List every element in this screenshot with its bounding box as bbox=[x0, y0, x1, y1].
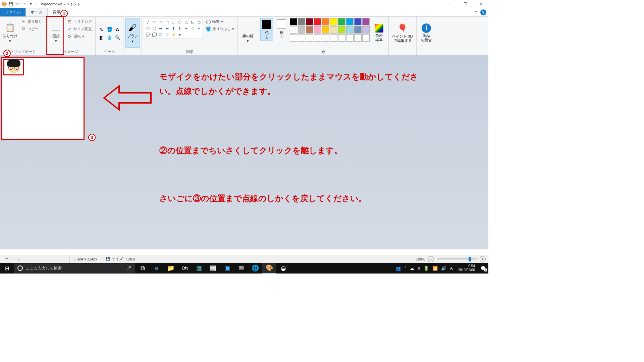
cut-button[interactable]: ✂切り取り bbox=[19, 18, 44, 25]
color-swatch[interactable] bbox=[354, 18, 362, 25]
linewidth-button[interactable]: 線の幅 ▾ bbox=[240, 18, 256, 48]
save-icon[interactable]: 💾 bbox=[8, 1, 13, 7]
shape-rarrow[interactable]: ➡ bbox=[158, 25, 164, 32]
color-swatch-empty[interactable] bbox=[322, 34, 329, 42]
shape-more[interactable]: ▾ bbox=[177, 32, 183, 38]
shape-4star[interactable]: ✦ bbox=[183, 25, 189, 32]
fill-button[interactable]: 🪣塗りつぶし▾ bbox=[204, 25, 235, 32]
shape-rtriangle[interactable]: ◺ bbox=[190, 19, 196, 25]
notification-icon[interactable]: 💬2 bbox=[480, 266, 486, 271]
color-swatch[interactable] bbox=[314, 26, 321, 34]
picker-tool[interactable]: 💧 bbox=[106, 34, 113, 41]
color-swatch-empty[interactable] bbox=[298, 34, 305, 42]
resize-button[interactable]: ⤢サイズ変更 bbox=[65, 25, 93, 32]
color-swatch-empty[interactable] bbox=[306, 34, 313, 42]
shape-callout2[interactable]: 💭 bbox=[151, 32, 157, 38]
color-swatch-empty[interactable] bbox=[362, 34, 370, 42]
magnifier-tool[interactable]: 🔍 bbox=[114, 34, 121, 41]
search-box[interactable]: ここに入力して検索 🎤 bbox=[14, 263, 135, 273]
color-swatch[interactable] bbox=[330, 26, 337, 34]
maximize-button[interactable]: ☐ bbox=[458, 0, 473, 8]
edit-colors-button[interactable]: 色の 編集 bbox=[372, 18, 386, 48]
crop-button[interactable]: ⊡トリミング bbox=[65, 18, 93, 25]
mail-icon[interactable]: ✉ bbox=[234, 263, 248, 274]
color-swatch[interactable] bbox=[346, 26, 354, 34]
edge-icon[interactable]: e bbox=[150, 263, 164, 274]
color-swatch[interactable] bbox=[306, 18, 313, 25]
shape-oval[interactable]: ○ bbox=[158, 19, 164, 25]
zoom-in-button[interactable]: + bbox=[480, 256, 486, 262]
wifi-icon[interactable]: 📶 bbox=[432, 266, 438, 271]
qat-dropdown-icon[interactable]: ▾ bbox=[28, 1, 34, 7]
outline-button[interactable]: ◯輪郭▾ bbox=[204, 18, 235, 25]
onedrive-icon[interactable]: ☁ bbox=[410, 266, 414, 271]
color-swatch[interactable] bbox=[362, 26, 370, 34]
color-swatch[interactable] bbox=[290, 26, 297, 34]
shape-callout3[interactable]: 🗨 bbox=[158, 32, 164, 38]
minimize-button[interactable]: ─ bbox=[442, 0, 458, 8]
shape-uarrow[interactable]: ⬆ bbox=[170, 25, 176, 32]
shapes-gallery[interactable]: ╱ 〜 ○ ▭ ▢ ⬠ △ ◺ ◇ ⬠ ⬡ ➡ ⬅ ⬆ ⬇ ✦ ☆ bbox=[144, 18, 203, 39]
color-swatch[interactable] bbox=[346, 18, 354, 25]
color-swatch-empty[interactable] bbox=[330, 34, 337, 42]
shape-diamond[interactable]: ◇ bbox=[196, 19, 202, 25]
color-swatch[interactable] bbox=[322, 18, 329, 25]
app-icon-1[interactable]: ▦ bbox=[192, 263, 206, 274]
shape-larrow[interactable]: ⬅ bbox=[164, 25, 170, 32]
select-button[interactable]: 選択 ▾ bbox=[48, 18, 64, 48]
shape-polygon[interactable]: ⬠ bbox=[177, 19, 183, 25]
shape-callout1[interactable]: 💬 bbox=[145, 32, 151, 38]
close-button[interactable]: ✕ bbox=[473, 0, 488, 8]
clock[interactable]: 0:54 2019/02/06 bbox=[456, 264, 477, 272]
paint-taskbar-icon[interactable]: 🎨 bbox=[262, 263, 276, 274]
shape-line[interactable]: ╱ bbox=[145, 19, 151, 25]
shape-curve[interactable]: 〜 bbox=[151, 19, 157, 25]
mic-icon[interactable]: 🎤 bbox=[126, 266, 131, 270]
explorer-icon[interactable]: 📁 bbox=[164, 263, 178, 274]
shape-heart[interactable]: ♡ bbox=[164, 32, 170, 38]
news-icon[interactable]: 📰 bbox=[206, 263, 220, 274]
start-button[interactable]: ⊞ bbox=[0, 263, 13, 274]
color-swatch-empty[interactable] bbox=[314, 34, 321, 42]
canvas-area[interactable]: 3 モザイクをかけたい部分をクリックしたままマウスを動かしてください。点線でしか… bbox=[0, 55, 488, 249]
store-icon[interactable]: 🛍 bbox=[178, 263, 192, 274]
color-swatch[interactable] bbox=[354, 26, 362, 34]
tray-expand-icon[interactable]: ˄ bbox=[404, 266, 407, 271]
shape-darrow[interactable]: ⬇ bbox=[177, 25, 183, 32]
color-swatch-empty[interactable] bbox=[290, 34, 297, 42]
brush-button[interactable]: 🖌 ブラシ ▾ bbox=[125, 18, 140, 48]
shape-6star[interactable]: ✶ bbox=[196, 25, 202, 32]
color-swatch[interactable] bbox=[298, 18, 305, 25]
color-swatch[interactable] bbox=[338, 26, 345, 34]
ime-icon[interactable]: A bbox=[450, 266, 453, 271]
color-swatch[interactable] bbox=[298, 26, 305, 34]
shape-rect[interactable]: ▭ bbox=[164, 19, 170, 25]
color-swatch-empty[interactable] bbox=[338, 34, 345, 42]
tab-file[interactable]: ファイル bbox=[0, 8, 25, 16]
color-swatch-empty[interactable] bbox=[354, 34, 362, 42]
text-tool[interactable]: A bbox=[114, 26, 121, 33]
shape-5star[interactable]: ☆ bbox=[190, 25, 196, 32]
shape-triangle[interactable]: △ bbox=[183, 19, 189, 25]
pencil-tool[interactable]: ✎ bbox=[98, 26, 105, 33]
photos-icon[interactable]: ▣ bbox=[220, 263, 234, 274]
redo-icon[interactable]: ↷ bbox=[21, 1, 27, 7]
app-icon-2[interactable]: ◒ bbox=[276, 263, 290, 274]
color-swatch[interactable] bbox=[290, 18, 297, 25]
paste-button[interactable]: 📋 貼り付け ▾ bbox=[2, 18, 18, 48]
canvas[interactable] bbox=[2, 57, 84, 139]
chrome-icon[interactable]: 🌐 bbox=[248, 263, 262, 274]
color-swatch-empty[interactable] bbox=[346, 34, 354, 42]
color-swatch[interactable] bbox=[362, 18, 370, 25]
dropbox-icon[interactable]: ⧈ bbox=[418, 265, 420, 271]
fill-tool[interactable]: 🪣 bbox=[106, 26, 113, 33]
people-icon[interactable]: 👥 bbox=[395, 266, 401, 271]
paint3d-button[interactable]: 🎈 ペイント 3D で編集する bbox=[391, 18, 414, 48]
copy-button[interactable]: ⧉コピー bbox=[19, 25, 44, 32]
color-swatch[interactable] bbox=[314, 18, 321, 25]
volume-icon[interactable]: 🔊 bbox=[441, 266, 446, 271]
color-swatch[interactable] bbox=[338, 18, 345, 25]
shape-roundrect[interactable]: ▢ bbox=[170, 19, 176, 25]
zoom-slider[interactable] bbox=[437, 258, 477, 259]
zoom-out-button[interactable]: − bbox=[428, 256, 434, 262]
